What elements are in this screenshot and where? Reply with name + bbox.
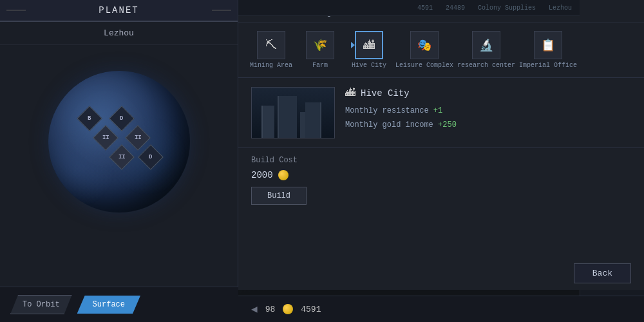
surface-button[interactable]: Surface: [77, 296, 140, 314]
research-label: research center: [457, 62, 515, 70]
imperial-label: Imperial Office: [519, 62, 577, 70]
building-item-imperial[interactable]: 📋 Imperial Office: [519, 31, 577, 70]
building-preview-image: [251, 87, 335, 138]
building-item-research[interactable]: 🔬 research center: [457, 31, 515, 70]
selected-building-name: Hive City: [361, 88, 410, 99]
building-icon-imperial[interactable]: 📋: [534, 31, 562, 59]
bottom-status-bar: ◀ 98 4591: [238, 296, 644, 322]
selected-building-icon: 🏙: [345, 87, 355, 99]
header-stat-colony: Colony Supplies: [478, 5, 536, 12]
building-item-hive-city[interactable]: 🏙 Hive City: [346, 31, 392, 70]
preview-bldg-2: [278, 96, 297, 138]
to-orbit-button[interactable]: To Orbit: [10, 295, 72, 314]
build-button[interactable]: Build: [251, 187, 307, 205]
hex-label-b: B: [88, 115, 91, 122]
nav-left-arrow[interactable]: ◀: [251, 303, 258, 316]
hex-label-ii3: II: [118, 154, 125, 160]
planet-globe: [48, 71, 190, 213]
stat-gold-value: +250: [438, 120, 457, 129]
preview-bldg-4: [305, 102, 321, 138]
farm-label: Farm: [312, 62, 328, 70]
hive-city-icon: 🏙: [363, 39, 375, 52]
build-cost-coin-icon: [278, 170, 289, 180]
preview-bldg-1: [261, 106, 274, 138]
imperial-icon: 📋: [541, 38, 555, 52]
leisure-icon: 🎭: [417, 38, 431, 52]
left-panel: Planet Lezhou B D II II II D: [0, 0, 238, 322]
panel-title: Planet: [99, 5, 138, 15]
mining-icon: ⛏: [265, 39, 277, 52]
build-cost-label: Build Cost: [251, 156, 631, 165]
build-cost-amount: 2000: [251, 170, 273, 180]
building-icon-mining[interactable]: ⛏: [257, 31, 285, 59]
building-icons-row: ⛏ Mining Area 🌾 Farm 🏙 Hive City 🎭 Leisu…: [238, 23, 644, 78]
hive-city-label: Hive City: [352, 62, 386, 70]
stat-resistance: Monthly resistance +1: [345, 104, 631, 118]
stat-gold: Monthly gold income +250: [345, 118, 631, 133]
building-item-leisure[interactable]: 🎭 Leisure Complex: [395, 31, 453, 70]
hex-label-d1: D: [120, 115, 123, 122]
farm-icon: 🌾: [313, 38, 327, 52]
build-cost-row: 2000: [251, 170, 631, 180]
planet-name: Lezhou: [0, 22, 238, 45]
building-info-panel: 🏙 Hive City Monthly resistance +1 Monthl…: [345, 87, 631, 138]
resistance-count: 98: [265, 305, 276, 314]
building-info-title-row: 🏙 Hive City: [345, 87, 631, 99]
header-stat-1: 4591: [417, 5, 433, 12]
hex-label-ii2: II: [134, 135, 141, 141]
gold-coin-icon: [283, 304, 293, 314]
building-item-farm[interactable]: 🌾 Farm: [298, 31, 343, 70]
building-icon-research[interactable]: 🔬: [472, 31, 500, 59]
preview-skyline: [252, 99, 334, 138]
hex-label-ii1: II: [102, 135, 109, 141]
stat-resistance-value: +1: [433, 106, 442, 115]
header-stat-planet: Lezhou: [549, 5, 572, 12]
building-item-mining[interactable]: ⛏ Mining Area: [249, 31, 294, 70]
header-stat-2: 24489: [446, 5, 465, 12]
research-icon: 🔬: [479, 38, 493, 52]
back-button[interactable]: Back: [574, 263, 631, 283]
gold-count: 4591: [301, 305, 321, 314]
planet-globe-area: B D II II II D: [0, 45, 238, 238]
hex-label-d2: D: [149, 154, 152, 160]
building-icon-leisure[interactable]: 🎭: [410, 31, 439, 59]
top-header: 4591 24489 Colony Supplies Lezhou: [238, 0, 580, 16]
leisure-label: Leisure Complex: [395, 62, 453, 70]
building-icon-hive-city[interactable]: 🏙: [355, 31, 383, 59]
building-icon-farm[interactable]: 🌾: [306, 31, 334, 59]
mining-label: Mining Area: [250, 62, 292, 70]
right-panel: Surface Building ⛏ Mining Area 🌾 Farm 🏙 …: [238, 0, 644, 290]
planet-surface-texture: [48, 71, 190, 213]
planet-title-bar: Planet: [0, 0, 238, 22]
build-cost-section: Build Cost 2000 Build: [238, 148, 644, 213]
building-detail-section: 🏙 Hive City Monthly resistance +1 Monthl…: [238, 78, 644, 148]
bottom-nav-buttons: To Orbit Surface: [0, 287, 238, 322]
